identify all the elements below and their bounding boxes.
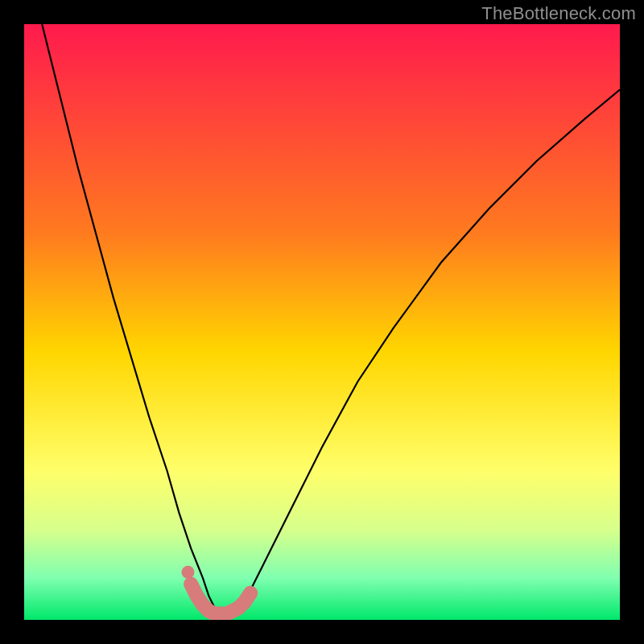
watermark-text: TheBottleneck.com — [481, 3, 636, 24]
optimal-range-dot — [182, 566, 195, 579]
plot-area — [24, 24, 620, 620]
bottleneck-chart — [24, 24, 620, 620]
gradient-background — [24, 24, 620, 620]
chart-frame: TheBottleneck.com — [0, 0, 644, 644]
